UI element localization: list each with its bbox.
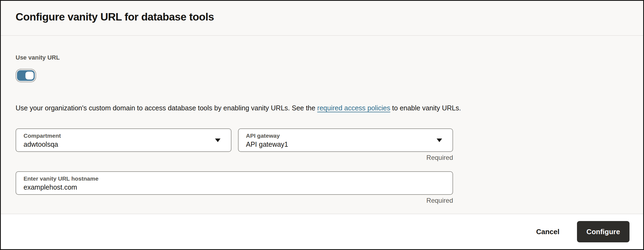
vanity-url-hostname-input[interactable]: Enter vanity URL hostname examplehost.co… [16,171,453,195]
configure-vanity-url-dialog: Configure vanity URL for database tools … [0,0,644,250]
toggle-knob [25,72,34,80]
hostname-required-hint: Required [16,196,453,205]
use-vanity-url-label: Use vanity URL [16,54,628,61]
api-gateway-label: API gateway [246,132,433,139]
compartment-select[interactable]: Compartment adwtoolsqa [16,128,231,152]
api-gateway-required-hint: Required [16,154,453,162]
selects-row: Compartment adwtoolsqa API gateway API g… [16,128,628,152]
dialog-body: Use vanity URL Use your organization's c… [1,36,643,214]
caret-down-icon [437,139,442,142]
hostname-label: Enter vanity URL hostname [24,175,433,182]
description-text-before: Use your organization's custom domain to… [16,104,317,112]
compartment-label: Compartment [24,132,212,139]
hostname-value: examplehost.com [24,183,433,191]
toggle-track [17,70,35,81]
dialog-header: Configure vanity URL for database tools [1,1,643,36]
caret-down-icon [215,139,221,142]
compartment-value: adwtoolsqa [24,140,212,148]
page-title: Configure vanity URL for database tools [16,11,214,23]
api-gateway-select[interactable]: API gateway API gateway1 [238,128,453,152]
cancel-button[interactable]: Cancel [535,225,561,239]
vanity-url-description: Use your organization's custom domain to… [16,104,628,113]
description-text-after: to enable vanity URLs. [390,104,461,112]
dialog-footer: Cancel Configure [1,214,643,249]
configure-button[interactable]: Configure [577,221,630,242]
use-vanity-url-toggle[interactable] [16,69,36,82]
required-access-policies-link[interactable]: required access policies [317,104,390,112]
api-gateway-value: API gateway1 [246,140,433,148]
